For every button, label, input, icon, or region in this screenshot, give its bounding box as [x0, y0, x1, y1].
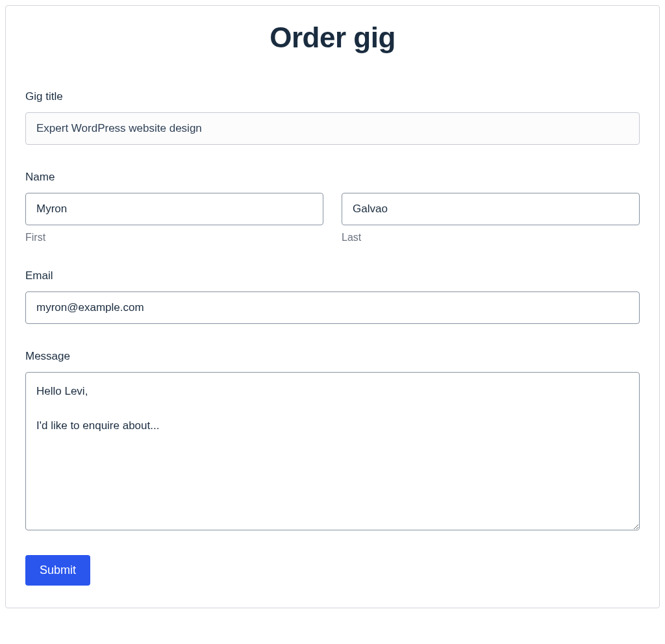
- name-group: Name First Last: [25, 171, 640, 243]
- name-row: First Last: [25, 193, 640, 243]
- gig-title-group: Gig title: [25, 90, 640, 145]
- last-name-col: Last: [342, 193, 640, 243]
- email-input[interactable]: [25, 291, 640, 324]
- email-label: Email: [25, 269, 640, 282]
- name-label: Name: [25, 171, 640, 184]
- message-textarea[interactable]: [25, 372, 640, 530]
- gig-title-input[interactable]: [25, 112, 640, 145]
- last-name-input[interactable]: [342, 193, 640, 225]
- order-gig-form: Order gig Gig title Name First Last Emai…: [5, 5, 660, 608]
- message-label: Message: [25, 350, 640, 363]
- message-group: Message: [25, 350, 640, 533]
- last-name-sublabel: Last: [342, 232, 640, 243]
- submit-button[interactable]: Submit: [25, 555, 90, 586]
- gig-title-label: Gig title: [25, 90, 640, 103]
- first-name-input[interactable]: [25, 193, 323, 225]
- first-name-sublabel: First: [25, 232, 323, 243]
- page-title: Order gig: [25, 21, 640, 54]
- first-name-col: First: [25, 193, 323, 243]
- email-group: Email: [25, 269, 640, 324]
